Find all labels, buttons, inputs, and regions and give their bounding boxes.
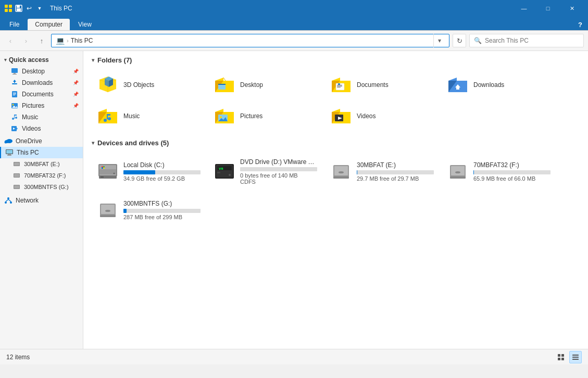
- drive-e-info: 30MBFAT (E:) 29.7 MB free of 29.7 MB: [357, 161, 434, 182]
- drives-section-header[interactable]: ▾ Devices and drives (5): [92, 139, 580, 147]
- folder-documents[interactable]: Documents: [325, 70, 440, 99]
- sidebar-item-downloads[interactable]: Downloads 📌: [0, 77, 83, 89]
- tab-computer[interactable]: Computer: [28, 19, 70, 30]
- svg-point-40: [5, 201, 7, 204]
- drive-c[interactable]: Local Disk (C:) 34.9 GB free of 59.2 GB: [92, 153, 206, 190]
- maximize-button[interactable]: □: [536, 0, 560, 17]
- svg-rect-89: [100, 215, 116, 217]
- svg-rect-22: [14, 115, 17, 116]
- folder-videos-icon: [331, 106, 352, 127]
- svg-rect-70: [102, 168, 103, 169]
- drive-e-bar: [357, 170, 357, 174]
- sidebar-item-onedrive[interactable]: OneDrive: [0, 135, 83, 147]
- tab-view[interactable]: View: [71, 19, 99, 30]
- drive-d[interactable]: vm DVD Drive (D:) VMware Tools 0 bytes f…: [208, 153, 323, 190]
- svg-rect-0: [5, 5, 8, 8]
- drive-f-free: 65.9 MB free of 66.0 MB: [473, 175, 551, 182]
- drive-f-info: 70MBFAT32 (F:) 65.9 MB free of 66.0 MB: [473, 161, 551, 182]
- folder-desktop[interactable]: Desktop: [208, 70, 323, 99]
- address-dropdown[interactable]: ▾: [433, 34, 445, 47]
- path-icon: 💻: [56, 36, 65, 45]
- folders-section-header[interactable]: ▾ Folders (7): [92, 56, 580, 64]
- folder-downloads-label: Downloads: [473, 81, 504, 89]
- sidebar-item-thispc[interactable]: This PC: [0, 147, 83, 158]
- folder-3d-objects[interactable]: 3D Objects: [92, 70, 206, 99]
- drive-f-bar-container: [473, 170, 551, 174]
- ribbon-tab-bar: File Computer View ?: [0, 17, 588, 30]
- folder-desktop-label: Desktop: [240, 81, 263, 89]
- sidebar-item-pictures[interactable]: Pictures 📌: [0, 100, 83, 111]
- svg-rect-66: [101, 177, 104, 178]
- drive-c-info: Local Disk (C:) 34.9 GB free of 59.2 GB: [123, 161, 201, 182]
- refresh-button[interactable]: ↻: [453, 34, 466, 47]
- svg-rect-6: [17, 8, 21, 11]
- svg-rect-38: [14, 185, 19, 188]
- svg-point-80: [339, 171, 344, 173]
- drive-g[interactable]: 300MBNTFS (G:) 287 MB free of 299 MB: [92, 192, 206, 228]
- tab-file[interactable]: File: [2, 19, 27, 30]
- search-input[interactable]: [485, 37, 579, 44]
- sidebar-item-network[interactable]: Network: [0, 195, 83, 206]
- dropdown-icon[interactable]: ▼: [35, 4, 44, 12]
- close-button[interactable]: ✕: [560, 0, 584, 17]
- drive-c-bar: [123, 170, 155, 174]
- svg-rect-87: [101, 205, 115, 214]
- drive-c-icon: [97, 161, 118, 182]
- sidebar-item-300mbntfs[interactable]: 300MBNTFS (G:): [0, 181, 83, 193]
- large-icons-view-button[interactable]: [555, 351, 567, 363]
- svg-point-52: [104, 119, 107, 122]
- svg-point-28: [5, 141, 7, 144]
- folder-videos[interactable]: Videos: [325, 102, 440, 131]
- sidebar-item-30mbfat[interactable]: 30MBFAT (E:): [0, 158, 83, 170]
- search-box[interactable]: 🔍: [469, 34, 584, 47]
- svg-rect-13: [13, 93, 16, 93]
- window-controls: — □ ✕: [512, 0, 584, 17]
- drive-e-icon: [331, 161, 352, 182]
- drives-section-label: Devices and drives (5): [97, 139, 169, 147]
- drives-grid: Local Disk (C:) 34.9 GB free of 59.2 GB …: [92, 153, 580, 228]
- sidebar-item-70mbfat32[interactable]: 70MBFAT32 (F:): [0, 170, 83, 181]
- thispc-icon: [5, 148, 14, 157]
- quick-access-header[interactable]: ▾ Quick access: [0, 54, 83, 66]
- sidebar-item-desktop[interactable]: Desktop 📌: [0, 66, 83, 77]
- drive-c-free: 34.9 GB free of 59.2 GB: [123, 175, 201, 182]
- svg-rect-92: [558, 358, 560, 360]
- forward-button[interactable]: ›: [20, 34, 32, 47]
- folder-downloads-icon: [447, 74, 468, 95]
- svg-rect-45: [218, 84, 226, 85]
- svg-rect-94: [572, 355, 579, 356]
- minimize-button[interactable]: —: [512, 0, 536, 17]
- drive-d-bar-container: [240, 167, 317, 171]
- item-count: 12 items: [6, 354, 30, 361]
- folder-pictures[interactable]: Pictures: [208, 102, 323, 131]
- search-icon: 🔍: [474, 37, 482, 44]
- folder-music[interactable]: Music: [92, 102, 206, 131]
- help-button[interactable]: ?: [572, 19, 588, 30]
- address-path[interactable]: 💻 › This PC ▾: [51, 34, 449, 47]
- up-button[interactable]: ↑: [35, 34, 48, 47]
- svg-rect-3: [9, 9, 12, 12]
- svg-rect-96: [572, 359, 579, 360]
- svg-point-57: [220, 116, 222, 118]
- drive-e[interactable]: 30MBFAT (E:) 29.7 MB free of 29.7 MB: [325, 153, 440, 190]
- undo-icon[interactable]: ↩: [25, 4, 33, 12]
- svg-rect-90: [558, 354, 560, 357]
- drive-g-info: 300MBNTFS (G:) 287 MB free of 299 MB: [123, 200, 201, 220]
- sidebar-item-music[interactable]: Music: [0, 111, 83, 123]
- back-button[interactable]: ‹: [4, 34, 17, 47]
- drive-e-name: 30MBFAT (E:): [357, 161, 434, 169]
- svg-point-41: [10, 201, 12, 204]
- documents-icon: [10, 90, 19, 98]
- drive-f[interactable]: 70MBFAT32 (F:) 65.9 MB free of 66.0 MB: [442, 153, 556, 190]
- sidebar-item-documents[interactable]: Documents 📌: [0, 89, 83, 100]
- drive-e-free: 29.7 MB free of 29.7 MB: [357, 175, 434, 182]
- folder-downloads[interactable]: Downloads: [442, 70, 556, 99]
- pictures-label: Pictures: [22, 102, 44, 109]
- svg-rect-5: [17, 5, 20, 8]
- 300mbntfs-label: 300MBNTFS (G:): [24, 184, 69, 190]
- save-icon[interactable]: [15, 4, 23, 12]
- sidebar-item-videos[interactable]: Videos: [0, 123, 83, 134]
- sidebar: ▾ Quick access Desktop 📌 Downloads 📌: [0, 51, 83, 349]
- svg-rect-79: [334, 166, 348, 175]
- details-view-button[interactable]: [569, 351, 582, 363]
